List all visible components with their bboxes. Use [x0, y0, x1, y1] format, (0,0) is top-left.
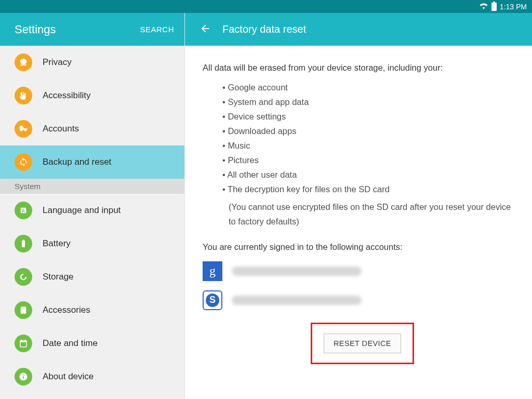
sidebar-item-label: Accounts	[43, 124, 79, 134]
account-row-google: g	[203, 261, 514, 281]
sidebar-item-privacy[interactable]: Privacy	[0, 46, 184, 79]
sd-card-note: (You cannot use encrypted files on the S…	[203, 200, 514, 229]
sidebar-item-label: Battery	[43, 238, 71, 249]
content-body: All data will be erased from your device…	[185, 46, 532, 399]
hand-icon	[15, 87, 32, 104]
sidebar-title: Settings	[15, 23, 56, 36]
sidebar-item-label: Privacy	[43, 57, 72, 68]
erase-item: Pictures	[222, 153, 514, 167]
wifi-icon	[479, 2, 488, 11]
erase-item: The decryption key for files on the SD c…	[222, 182, 514, 196]
page-title: Factory data reset	[222, 23, 306, 35]
sidebar-item-backup-reset[interactable]: Backup and reset	[0, 145, 184, 179]
sidebar-item-label: Accessibility	[43, 90, 91, 101]
google-account-icon: g	[203, 261, 222, 281]
sidebar-item-storage[interactable]: Storage	[0, 260, 184, 294]
battery-icon	[491, 3, 497, 11]
account-row-samsung: S	[203, 290, 514, 310]
sidebar-item-accessories[interactable]: Accessories	[0, 294, 184, 327]
key-icon	[15, 120, 32, 138]
reset-highlight-box: RESET DEVICE	[311, 323, 414, 364]
search-button[interactable]: SEARCH	[140, 25, 174, 34]
sidebar-item-accounts[interactable]: Accounts	[0, 112, 184, 145]
account-email-redacted	[232, 296, 362, 305]
content-header: Factory data reset	[185, 13, 532, 46]
sidebar-item-accessibility[interactable]: Accessibility	[0, 79, 184, 112]
svg-text:A: A	[22, 208, 25, 214]
signed-in-label: You are currently signed in to the follo…	[203, 240, 514, 254]
erase-item: Google account	[222, 80, 514, 95]
info-icon	[15, 368, 32, 385]
svg-rect-3	[23, 376, 24, 379]
account-email-redacted	[232, 267, 362, 276]
svg-rect-4	[23, 375, 24, 376]
accessories-icon	[15, 301, 32, 319]
intro-text: All data will be erased from your device…	[203, 60, 514, 75]
samsung-account-icon: S	[203, 290, 222, 310]
sidebar-section-system: System	[0, 179, 184, 194]
erase-item: Device settings	[222, 109, 514, 124]
language-icon: A	[15, 202, 32, 219]
erase-item: Music	[222, 138, 514, 153]
erase-item: System and app data	[222, 95, 514, 109]
back-button[interactable]	[200, 23, 211, 36]
sidebar-item-battery[interactable]: Battery	[0, 227, 184, 260]
erase-list: Google account System and app data Devic…	[203, 80, 514, 196]
privacy-icon	[15, 54, 32, 71]
battery-icon	[15, 235, 32, 252]
sidebar-item-date-time[interactable]: Date and time	[0, 327, 184, 360]
sidebar-item-language[interactable]: A Language and input	[0, 194, 184, 227]
sidebar-item-label: Storage	[43, 272, 74, 282]
backup-icon	[15, 153, 32, 171]
sidebar-item-label: Accessories	[43, 305, 90, 315]
sidebar-item-label: Date and time	[43, 338, 98, 349]
sidebar-list: Privacy Accessibility Accounts Backup an…	[0, 46, 184, 399]
settings-sidebar: Settings SEARCH Privacy Accessibility	[0, 13, 185, 399]
status-time: 1:13 PM	[500, 3, 527, 11]
erase-item: Downloaded apps	[222, 124, 514, 138]
reset-device-button[interactable]: RESET DEVICE	[324, 334, 401, 353]
sidebar-item-label: Language and input	[43, 205, 121, 216]
storage-icon	[15, 268, 32, 286]
sidebar-item-label: Backup and reset	[43, 157, 111, 167]
sidebar-header: Settings SEARCH	[0, 13, 184, 46]
sidebar-item-label: About device	[43, 371, 94, 382]
date-icon	[15, 335, 32, 352]
status-bar: 1:13 PM	[0, 0, 532, 13]
content-pane: Factory data reset All data will be eras…	[185, 13, 532, 399]
sidebar-item-about[interactable]: About device	[0, 360, 184, 393]
erase-item: All other user data	[222, 167, 514, 182]
